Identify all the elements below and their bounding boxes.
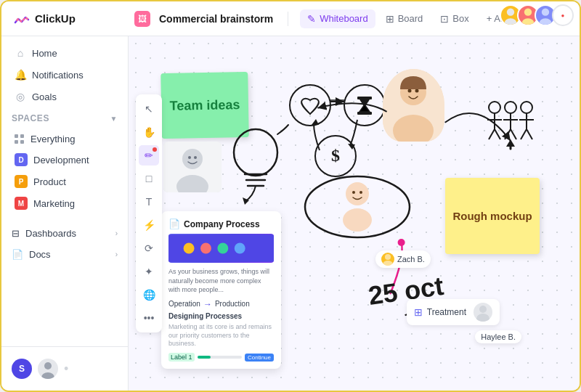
globe-tool[interactable]: 🌐 (139, 285, 159, 305)
svg-point-35 (359, 191, 362, 194)
active-indicator (153, 147, 157, 152)
svg-point-54 (184, 243, 195, 254)
spaces-section-header[interactable]: Spaces ▼ (1, 107, 128, 129)
svg-point-18 (290, 85, 330, 126)
process-card-progress: Label 1 Continue (168, 353, 274, 362)
tab-box-label: Box (452, 13, 468, 24)
more-tool[interactable]: ••• (139, 308, 159, 328)
topbar: ClickUp 🖼 Commercial brainstorm ✎ Whiteb… (1, 1, 580, 36)
arrow-icon: → (203, 299, 212, 309)
sidebar-dashboards-label: Dashboards (25, 228, 76, 239)
shape-tool[interactable]: □ (139, 168, 159, 189)
notifications-icon: 🔔 (15, 69, 26, 81)
canvas-area[interactable]: ↖ ✋ ✏ □ T ⚡ ⟳ ✦ 🌐 ••• Team ideas (129, 36, 580, 391)
sidebar-notifications-label: Notifications (32, 70, 84, 81)
process-card-body: Marketing at its core is and remains our… (168, 323, 274, 348)
spaces-label: Spaces (12, 113, 49, 123)
sidebar-docs-label: Docs (29, 249, 51, 260)
svg-point-4 (542, 8, 549, 15)
docs-icon: 📄 (12, 249, 23, 260)
continue-button[interactable]: Continue (245, 354, 274, 362)
docs-chevron-icon: › (115, 250, 118, 258)
marketing-badge: M (15, 197, 28, 210)
user-avatar-row[interactable]: S • (1, 353, 128, 385)
connector-tool[interactable]: ⟳ (139, 238, 159, 258)
select-tool[interactable]: ↖ (139, 99, 159, 119)
svg-point-11 (188, 156, 191, 159)
sidebar-item-home[interactable]: ⌂ Home (4, 42, 125, 64)
tab-whiteboard[interactable]: ✎ Whiteboard (300, 9, 375, 28)
sidebar-item-marketing[interactable]: M Marketing (4, 192, 125, 214)
sticky-rough-text: Rough mockup (452, 210, 532, 222)
svg-line-50 (527, 129, 532, 139)
sidebar-bottom: S • (1, 346, 128, 385)
svg-point-33 (343, 208, 372, 232)
treatment-avatar (474, 303, 492, 322)
sidebar-item-product[interactable]: P Product (4, 171, 125, 192)
progress-bar (198, 356, 242, 359)
svg-line-45 (511, 129, 516, 139)
person3-ellipse (303, 163, 412, 243)
dashboards-chevron-icon: › (115, 229, 118, 237)
process-card[interactable]: 📄 Company Process As your business grows… (161, 211, 281, 369)
process-card-flow: Operation → Production (168, 299, 274, 309)
svg-point-41 (505, 102, 516, 113)
user-photo (38, 359, 58, 379)
person2-image (383, 69, 444, 142)
svg-point-30 (415, 89, 419, 93)
svg-line-39 (489, 129, 495, 139)
svg-point-32 (346, 182, 369, 205)
product-badge: P (15, 175, 28, 188)
photo-person2 (383, 69, 444, 142)
svg-point-46 (521, 102, 532, 113)
sticky-rough-mockup[interactable]: Rough mockup (445, 178, 540, 254)
document-icon: 📄 (168, 219, 180, 229)
haylee-label: Haylee B. (475, 330, 521, 343)
main-area: ⌂ Home 🔔 Notifications ◎ Goals Spaces ▼ (1, 36, 580, 391)
people-icons (482, 94, 540, 152)
haylee-name: Haylee B. (481, 332, 516, 341)
pen-tool[interactable]: ✏ (139, 145, 159, 166)
tab-box[interactable]: ⊡ Box (433, 9, 476, 28)
svg-marker-25 (312, 119, 319, 125)
svg-point-58 (385, 254, 391, 260)
svg-marker-51 (506, 139, 515, 147)
dashboards-icon: ⊟ (12, 228, 20, 239)
svg-point-36 (489, 102, 500, 113)
sidebar-item-everything[interactable]: Everything (4, 129, 125, 149)
svg-point-0 (507, 8, 514, 15)
production-label: Production (215, 300, 250, 308)
sidebar-item-development[interactable]: D Development (4, 149, 125, 171)
page-title: Commercial brainstorm (159, 13, 273, 25)
process-card-header: 📄 Company Process (168, 219, 274, 229)
everything-icon (15, 134, 25, 144)
sidebar-item-dashboards[interactable]: ⊟ Dashboards › (1, 223, 128, 244)
sidebar: ⌂ Home 🔔 Notifications ◎ Goals Spaces ▼ (1, 36, 129, 391)
zach-label: Zach B. (375, 250, 431, 268)
app-name: ClickUp (35, 12, 76, 25)
svg-point-34 (352, 191, 355, 194)
box-icon: ⊡ (440, 13, 449, 25)
sticky-tool[interactable]: ⚡ (139, 215, 159, 235)
svg-point-6 (44, 362, 52, 369)
treatment-label: Treatment (427, 307, 466, 317)
more-dots-icon: • (64, 362, 68, 377)
text-tool[interactable]: T (139, 192, 159, 212)
board-icon: ⊞ (386, 13, 394, 25)
sidebar-home-label: Home (32, 48, 57, 59)
sidebar-item-docs[interactable]: 📄 Docs › (1, 244, 128, 265)
sidebar-item-goals[interactable]: ◎ Goals (4, 86, 125, 107)
process-card-image (168, 234, 274, 263)
collaborator-avatars: ● (500, 4, 574, 26)
page-icon: 🖼 (134, 11, 150, 27)
tab-board[interactable]: ⊞ Board (378, 9, 431, 28)
svg-text:$: $ (331, 146, 340, 165)
hand-tool[interactable]: ✋ (139, 122, 159, 142)
star-tool[interactable]: ✦ (139, 261, 159, 282)
svg-point-9 (182, 149, 203, 169)
user-initial: S (19, 364, 25, 374)
svg-point-55 (200, 243, 211, 254)
svg-point-3 (521, 18, 534, 26)
whiteboard-icon: ✎ (307, 13, 316, 25)
sidebar-item-notifications[interactable]: 🔔 Notifications (4, 64, 125, 86)
